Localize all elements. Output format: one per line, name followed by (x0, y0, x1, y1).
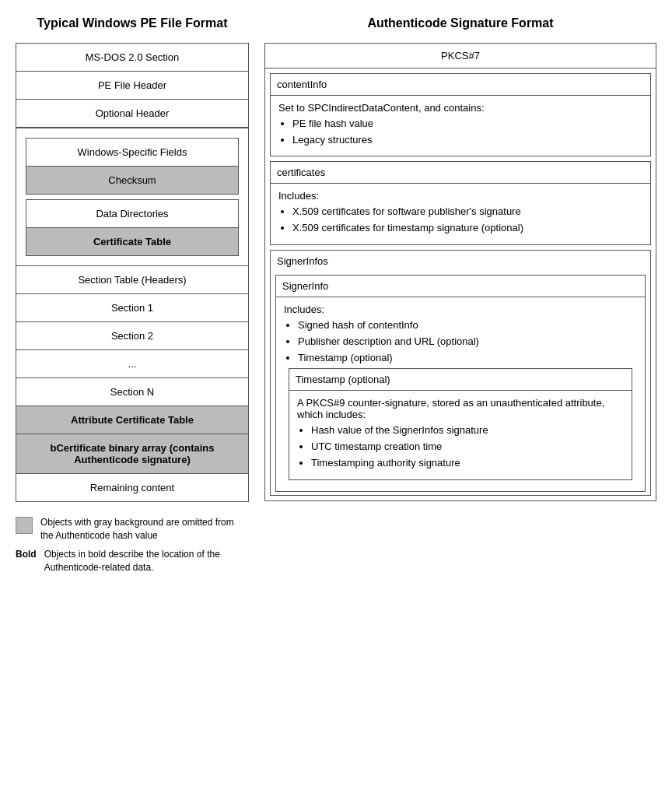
signerinfo-label: SignerInfo (276, 276, 645, 297)
certificates-section: certificates Includes: X.509 certificate… (270, 161, 651, 244)
contentinfo-content: Set to SPCIndirectDataContent, and conta… (271, 95, 650, 156)
contentinfo-bullets: PE file hash value Legacy structures (292, 117, 642, 147)
pkcs7-header: PKCS#7 (265, 44, 656, 68)
auth-diagram: PKCS#7 contentInfo Set to SPCIndirectDat… (264, 43, 656, 501)
signerinfo-bullet-2: Timestamp (optional) (298, 351, 637, 365)
signerinfo-bullets: Signed hash of contentInfo Publisher des… (298, 318, 637, 366)
timestamp-content: A PKCS#9 counter-signature, stored as an… (289, 390, 632, 479)
timestamp-bullet-0: Hash value of the SignerInfos signature (311, 423, 624, 437)
signerinfo-nested: SignerInfo Includes: Signed hash of cont… (275, 275, 646, 492)
certificates-label: certificates (271, 162, 650, 183)
signerinfos-section: SignerInfos SignerInfo Includes: Signed … (270, 250, 651, 496)
certificates-bullet-0: X.509 certificates for software publishe… (292, 205, 642, 219)
msdos-row: MS-DOS 2.0 Section (16, 44, 248, 72)
ellipsis-row: ... (16, 350, 248, 378)
certificates-desc: Includes: (278, 190, 642, 202)
timestamp-label: Timestamp (optional) (289, 369, 632, 390)
optional-header-group: Optional Header Windows-Specific Fields … (16, 100, 248, 266)
certificates-content: Includes: X.509 certificates for softwar… (271, 183, 650, 244)
checksum-row: Checksum (26, 167, 238, 194)
windows-fields-group: Windows-Specific Fields Checksum (26, 138, 239, 195)
left-title: Typical Windows PE File Format (16, 16, 249, 32)
remaining-row: Remaining content (16, 474, 248, 501)
timestamp-bullets: Hash value of the SignerInfos signature … (311, 423, 624, 471)
contentinfo-bullet-0: PE file hash value (292, 117, 642, 131)
bcertificate-row: bCertificate binary array (contains Auth… (16, 434, 248, 474)
legend: Objects with gray background are omitted… (16, 516, 249, 574)
signerinfo-bullet-0: Signed hash of contentInfo (298, 318, 637, 332)
contentinfo-section: contentInfo Set to SPCIndirectDataConten… (270, 73, 651, 156)
timestamp-nested: Timestamp (optional) A PKCS#9 counter-si… (289, 368, 632, 480)
pe-header-row: PE File Header (16, 72, 248, 100)
section1-row: Section 1 (16, 294, 248, 322)
legend-gray-box (16, 517, 33, 534)
legend-bold-label: Bold (16, 549, 37, 560)
sectionN-row: Section N (16, 378, 248, 406)
legend-bold-text: Objects in bold describe the location of… (44, 548, 249, 574)
section2-row: Section 2 (16, 322, 248, 350)
optional-header-row: Optional Header (16, 100, 248, 128)
legend-gray-item: Objects with gray background are omitted… (16, 516, 249, 542)
signerinfos-label: SignerInfos (271, 251, 650, 272)
data-directories-row: Data Directories (26, 200, 238, 228)
certificate-table-row: Certificate Table (26, 228, 238, 255)
certificates-bullet-1: X.509 certificates for timestamp signatu… (292, 221, 642, 235)
attr-cert-table-row: Attribute Certificate Table (16, 406, 248, 434)
contentinfo-desc: Set to SPCIndirectDataContent, and conta… (278, 102, 642, 114)
timestamp-bullet-1: UTC timestamp creation time (311, 440, 624, 454)
windows-fields-row: Windows-Specific Fields (26, 139, 238, 167)
timestamp-bullet-2: Timestamping authority signature (311, 456, 624, 470)
signerinfo-desc: Includes: (284, 304, 637, 315)
contentinfo-bullet-1: Legacy structures (292, 133, 642, 147)
signerinfo-content: Includes: Signed hash of contentInfo Pub… (276, 297, 645, 491)
data-directories-group: Data Directories Certificate Table (26, 199, 239, 256)
right-title: Authenticode Signature Format (264, 16, 656, 32)
legend-gray-text: Objects with gray background are omitted… (40, 516, 249, 542)
legend-bold-item: Bold Objects in bold describe the locati… (16, 548, 249, 574)
contentinfo-label: contentInfo (271, 74, 650, 95)
signerinfo-bullet-1: Publisher description and URL (optional) (298, 335, 637, 349)
pe-diagram: MS-DOS 2.0 Section PE File Header Option… (16, 43, 249, 502)
section-table-row: Section Table (Headers) (16, 266, 248, 294)
certificates-bullets: X.509 certificates for software publishe… (292, 205, 642, 235)
timestamp-desc: A PKCS#9 counter-signature, stored as an… (297, 397, 624, 420)
